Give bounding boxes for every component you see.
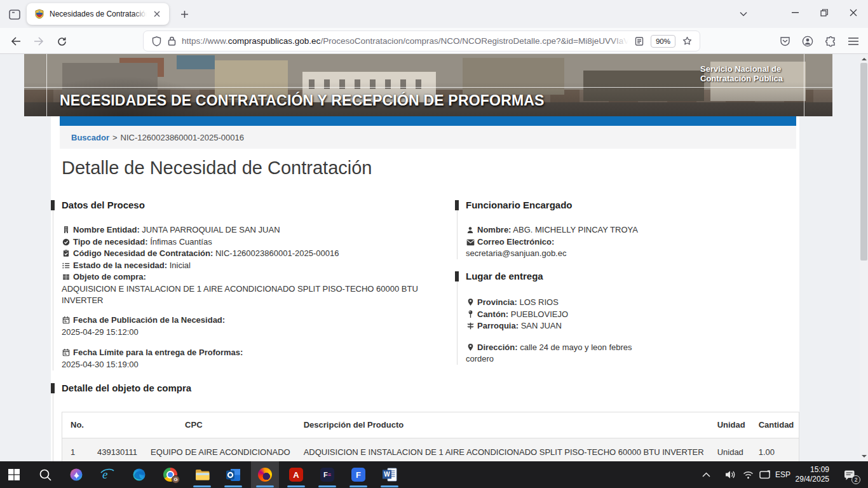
taskbar-active-indicator	[193, 485, 211, 487]
field-value: LOS RIOS	[519, 297, 558, 307]
table-icon	[62, 272, 71, 283]
url-scheme: https://www.	[182, 36, 228, 46]
taskbar-active-indicator	[287, 485, 305, 487]
extensions-puzzle-icon[interactable]	[821, 32, 840, 51]
field-label: Código Necesidad de Contratación:	[73, 248, 213, 258]
col-unidad: Unidad	[709, 412, 750, 438]
taskbar-outlook-icon[interactable]	[219, 461, 247, 488]
svg-text:W: W	[384, 471, 390, 478]
field-nombre-entidad: Nombre Entidad: JUNTA PARROQUIAL DE SAN …	[62, 224, 438, 236]
tray-wifi-icon[interactable]	[740, 461, 756, 488]
firefox-view-icon	[9, 10, 20, 20]
section-heading: Lugar de entrega	[466, 271, 790, 281]
scroll-down-icon[interactable]	[860, 452, 868, 461]
tray-hidden-icons-chevron[interactable]	[698, 461, 714, 488]
reader-mode-icon[interactable]	[632, 34, 647, 49]
taskbar-active-indicator	[318, 485, 336, 487]
tracking-shield-icon[interactable]	[149, 34, 164, 49]
taskbar-firefox-icon[interactable]	[251, 461, 279, 488]
banner-accent-bar	[60, 116, 796, 126]
field-label: Correo Electrónico:	[477, 237, 554, 247]
field-value: Inicial	[170, 261, 191, 270]
section-heading: Detalle del objeto de compra	[62, 383, 790, 393]
firefox-view-button[interactable]	[6, 6, 23, 23]
field-objeto-compra-value: ADQUISICION E INSTALACION DE 1 AIRE ACON…	[62, 283, 438, 306]
field-fecha-limite-value: 2025-04-30 15:19:00	[62, 359, 438, 370]
field-value: Ínfimas Cuantías	[150, 237, 212, 247]
new-tab-button[interactable]	[175, 5, 193, 23]
screen: Necesidades de Contratación y	[0, 0, 868, 488]
taskbar-feo-app-icon[interactable]: F≡	[313, 461, 341, 488]
breadcrumb: Buscador > NIC-1260023860001-2025-00016	[60, 126, 796, 149]
cell-no: 1	[62, 438, 89, 461]
field-label: Nombre Entidad:	[73, 225, 140, 234]
reload-button[interactable]	[52, 32, 71, 51]
taskbar-search-button[interactable]	[31, 461, 59, 488]
browser-tab[interactable]: Necesidades de Contratación y	[27, 3, 169, 25]
field-label: Dirección:	[477, 342, 518, 352]
pocket-icon[interactable]	[775, 32, 794, 51]
url-text[interactable]: https://www.compraspublicas.gob.ec/Proce…	[182, 35, 632, 48]
taskbar: e G A F≡ F	[0, 461, 868, 488]
cell-descripcion: ADQUISICION E INSTALACION DE 1 AIRE ACON…	[295, 438, 709, 461]
start-button[interactable]	[0, 461, 28, 488]
tray-clock[interactable]: 15:09 29/4/2025	[776, 465, 829, 484]
taskbar-file-explorer-icon[interactable]	[188, 461, 216, 488]
breadcrumb-current: NIC-1260023860001-2025-00016	[121, 133, 244, 142]
tab-list-chevron-icon[interactable]	[735, 5, 752, 23]
account-icon[interactable]	[798, 32, 817, 51]
field-correo-value: secretaria@sanjuan.gob.ec	[466, 248, 790, 259]
section-funcionario-encargado: Funcionario Encargado Nombre: ABG. MICHE…	[457, 200, 790, 259]
tray-display-icon[interactable]	[756, 461, 773, 488]
window-restore-button[interactable]	[810, 0, 839, 25]
window-close-button[interactable]	[839, 0, 868, 25]
taskbar-firmaec-app-icon[interactable]: F	[344, 461, 372, 488]
field-label: Estado de la necesidad:	[73, 261, 167, 270]
taskbar-acrobat-icon[interactable]: A	[282, 461, 310, 488]
agency-line1: Servicio Nacional de	[700, 64, 802, 74]
agency-line2: Contratación Pública	[700, 74, 802, 83]
field-value: PUEBLOVIEJO	[511, 309, 568, 319]
page-scrollbar[interactable]	[860, 54, 868, 461]
calendar-icon	[62, 348, 71, 359]
forward-button[interactable]	[29, 32, 48, 51]
items-table: No. CPC Descripción del Producto Unidad …	[62, 412, 799, 461]
field-codigo-necesidad: Código Necesidad de Contratación: NIC-12…	[62, 248, 438, 260]
back-button[interactable]	[6, 32, 25, 51]
taskbar-active-indicator	[224, 485, 242, 487]
table-row: 1 439130111 EQUIPO DE AIRE ACONDICIONADO…	[62, 438, 799, 461]
window-minimize-button[interactable]	[780, 0, 810, 25]
col-cpc: CPC	[89, 412, 295, 438]
zoom-level-button[interactable]: 90%	[651, 35, 675, 48]
field-estado-necesidad: Estado de la necesidad: Inicial	[62, 260, 438, 272]
lock-icon[interactable]	[164, 34, 179, 49]
scrollbar-thumb[interactable]	[860, 63, 867, 261]
taskbar-internet-explorer-icon[interactable]: e	[93, 461, 121, 488]
section-heading: Funcionario Encargado	[466, 200, 790, 210]
taskbar-word-icon[interactable]: W	[376, 461, 403, 488]
banner-image: NECESIDADES DE CONTRATACIÓN Y RECEPCIÓN …	[24, 54, 832, 116]
field-correo-label: Correo Electrónico:	[466, 236, 790, 248]
field-label: Cantón:	[477, 309, 508, 319]
tray-volume-icon[interactable]	[722, 461, 738, 488]
signpost-icon	[466, 321, 475, 332]
banner-title: NECESIDADES DE CONTRATACIÓN Y RECEPCIÓN …	[60, 92, 545, 109]
field-label: Nombre:	[477, 225, 511, 234]
taskbar-copilot-icon[interactable]	[62, 461, 90, 488]
col-descripcion: Descripción del Producto	[295, 412, 709, 438]
list-icon	[62, 261, 71, 272]
breadcrumb-link-buscador[interactable]: Buscador	[71, 133, 109, 142]
chrome-profile-badge: G	[172, 475, 180, 484]
field-label: Tipo de necesidad:	[73, 237, 148, 247]
map-marker-icon	[466, 342, 475, 354]
menu-hamburger-icon[interactable]	[844, 32, 863, 51]
bookmark-star-icon[interactable]	[679, 34, 695, 49]
notification-center-icon[interactable]: 2	[840, 461, 859, 488]
taskbar-chrome-icon[interactable]: G	[156, 461, 184, 488]
field-provincia: Provincia: LOS RIOS	[466, 297, 790, 309]
user-icon	[466, 225, 475, 236]
address-bar[interactable]: https://www.compraspublicas.gob.ec/Proce…	[143, 30, 700, 51]
tab-close-icon[interactable]	[150, 7, 164, 21]
scroll-up-icon[interactable]	[860, 54, 868, 64]
taskbar-edge-icon[interactable]	[125, 461, 153, 488]
